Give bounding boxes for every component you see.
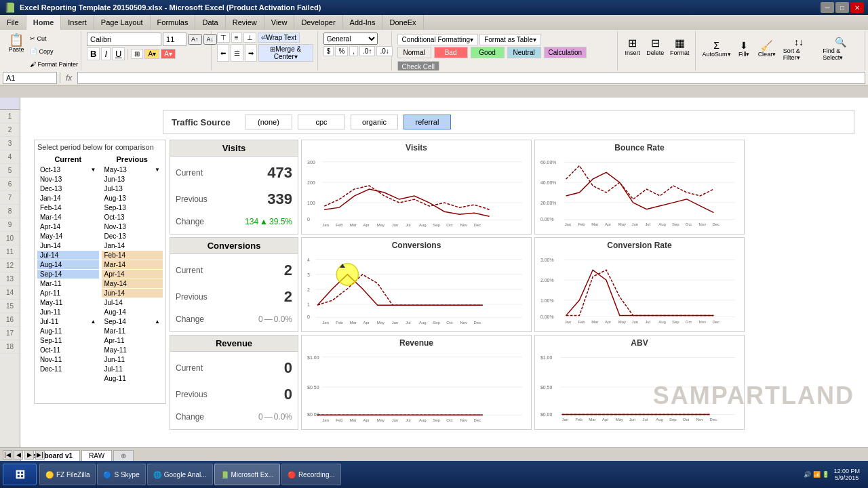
minimize-button[interactable]: ─	[821, 2, 834, 13]
paste-button[interactable]: 📋 Paste	[7, 33, 26, 54]
autosum-button[interactable]: Σ AutoSum▾	[701, 39, 732, 59]
list-item[interactable]: Jan-14	[37, 194, 99, 203]
percent-button[interactable]: %	[335, 46, 348, 56]
font-color-button[interactable]: A▾	[161, 49, 176, 59]
accounting-format-button[interactable]: $	[323, 46, 334, 56]
list-item[interactable]: May-11	[37, 298, 99, 307]
taskbar-chrome[interactable]: 🌐 Google Anal...	[147, 464, 213, 485]
italic-button[interactable]: I	[101, 47, 111, 60]
list-item[interactable]: Jul-11 ▲	[37, 317, 99, 326]
align-bottom-button[interactable]: ⊥	[243, 33, 256, 43]
tab-insert[interactable]: Insert	[61, 15, 94, 30]
increase-font-button[interactable]: A↑	[188, 34, 202, 45]
tab-addins[interactable]: Add-Ins	[343, 15, 383, 30]
list-item[interactable]: Mar-11	[37, 279, 99, 288]
tab-doneex[interactable]: DoneEx	[382, 15, 423, 30]
list-item-prev-jun14[interactable]: Jun-14	[102, 289, 163, 298]
sort-filter-button[interactable]: ↕↓ Sort & Filter▾	[781, 35, 818, 62]
list-item[interactable]: Jun-11	[37, 308, 99, 317]
list-item[interactable]: Dec-11	[37, 365, 99, 373]
sheet-nav-first[interactable]: |◀	[3, 450, 12, 460]
list-item-aug14[interactable]: Aug-14	[37, 260, 99, 269]
border-button[interactable]: ⊞	[131, 49, 143, 59]
sheet-tab-new[interactable]: ⊕	[113, 450, 134, 461]
list-item[interactable]: Oct-13 ▼	[37, 165, 99, 174]
neutral-style[interactable]: Neutral	[507, 47, 541, 58]
bold-button[interactable]: B	[87, 47, 100, 60]
ts-cpc-button[interactable]: cpc	[298, 115, 345, 129]
increase-decimal-button[interactable]: .0↑	[359, 46, 375, 56]
comma-button[interactable]: ,	[349, 46, 358, 56]
sheet-nav-next[interactable]: ▶	[24, 450, 34, 460]
align-middle-button[interactable]: ≡	[231, 33, 242, 43]
list-item-prev-may14[interactable]: May-14	[102, 279, 163, 288]
font-size-input[interactable]	[163, 33, 186, 46]
wrap-text-button[interactable]: ⏎Wrap Text	[258, 33, 300, 43]
list-item-prev[interactable]: Aug-13	[102, 194, 163, 203]
underline-button[interactable]: U	[112, 47, 125, 60]
list-item[interactable]: Apr-14	[37, 222, 99, 231]
font-name-input[interactable]	[87, 33, 161, 46]
list-item[interactable]: Nov-13	[37, 175, 99, 184]
format-cells-button[interactable]: ▦ Format	[669, 35, 691, 58]
list-item-prev[interactable]: Jun-11	[102, 355, 163, 364]
ts-organic-button[interactable]: organic	[351, 115, 398, 129]
sheet-tab-raw[interactable]: RAW	[81, 450, 112, 461]
list-item[interactable]: Mar-14	[37, 213, 99, 222]
formula-input[interactable]	[77, 72, 865, 84]
delete-cells-button[interactable]: ⊟ Delete	[645, 35, 666, 58]
list-item[interactable]: Sep-11	[37, 336, 99, 345]
list-item[interactable]: Oct-11	[37, 346, 99, 354]
normal-style[interactable]: Normal	[397, 47, 431, 58]
list-item-jul14[interactable]: Jul-14	[37, 251, 99, 260]
list-item-prev[interactable]: Aug-14	[102, 308, 163, 317]
list-item[interactable]: Dec-13	[37, 184, 99, 193]
clear-button[interactable]: 🧹 Clear▾	[756, 39, 777, 59]
merge-center-button[interactable]: ⊞Merge & Center▾	[258, 44, 313, 62]
list-item-prev[interactable]: Sep-14 ▲	[102, 317, 163, 326]
list-item-prev[interactable]: Apr-11	[102, 336, 163, 345]
taskbar-excel[interactable]: 📗 Microsoft Ex...	[214, 464, 280, 485]
tab-view[interactable]: View	[264, 15, 295, 30]
list-item[interactable]: Nov-11	[37, 355, 99, 364]
list-item-prev[interactable]: Mar-11	[102, 327, 163, 336]
insert-cells-button[interactable]: ⊞ Insert	[623, 35, 642, 58]
list-item[interactable]: Apr-11	[37, 289, 99, 298]
fill-button[interactable]: ⬇ Fill▾	[734, 39, 753, 59]
bad-style[interactable]: Bad	[434, 47, 468, 58]
ts-referral-button[interactable]: referral	[403, 115, 451, 129]
list-item-prev-apr14[interactable]: Apr-14	[102, 270, 163, 279]
taskbar-filezilla[interactable]: 🟡 FZ FileZilla	[39, 464, 96, 485]
list-item-prev[interactable]: May-11	[102, 346, 163, 354]
sheet-nav-last[interactable]: ▶|	[35, 450, 45, 460]
tab-data[interactable]: Data	[195, 15, 225, 30]
close-button[interactable]: ✕	[850, 2, 864, 13]
list-item-prev[interactable]: Jan-14	[102, 241, 163, 250]
find-select-button[interactable]: 🔍 Find & Select▾	[820, 35, 861, 62]
list-item-prev-mar14[interactable]: Mar-14	[102, 260, 163, 269]
list-item-sep14[interactable]: Sep-14	[37, 270, 99, 279]
list-item-prev[interactable]: Oct-13	[102, 213, 163, 222]
fill-color-button[interactable]: A▾	[144, 49, 159, 59]
format-painter-button[interactable]: 🖌 Format Painter	[27, 58, 81, 70]
tab-page-layout[interactable]: Page Layout	[94, 15, 151, 30]
list-item[interactable]: May-14	[37, 232, 99, 241]
list-item-prev-feb14[interactable]: Feb-14	[102, 251, 163, 260]
tab-home[interactable]: Home	[26, 15, 62, 30]
list-item-prev[interactable]: Sep-13	[102, 203, 163, 212]
list-item-prev[interactable]: Nov-13	[102, 222, 163, 231]
align-center-button[interactable]: ☰	[231, 44, 243, 62]
ts-none-button[interactable]: (none)	[245, 115, 292, 129]
cut-button[interactable]: ✂ Cut	[27, 33, 81, 45]
good-style[interactable]: Good	[471, 47, 505, 58]
sheet-nav-prev[interactable]: ◀	[14, 450, 23, 460]
number-format-select[interactable]: GeneralNumberCurrencyPercentage	[323, 33, 378, 45]
copy-button[interactable]: 📄 Copy	[27, 45, 81, 58]
name-box[interactable]	[3, 72, 57, 84]
maximize-button[interactable]: □	[835, 2, 849, 13]
list-item-prev[interactable]: Jun-13	[102, 175, 163, 184]
list-item-prev[interactable]: May-13 ▼	[102, 165, 163, 174]
calculation-style[interactable]: Calculation	[544, 47, 587, 58]
list-item[interactable]: Jun-14	[37, 241, 99, 250]
align-left-button[interactable]: ⬅	[217, 44, 229, 62]
